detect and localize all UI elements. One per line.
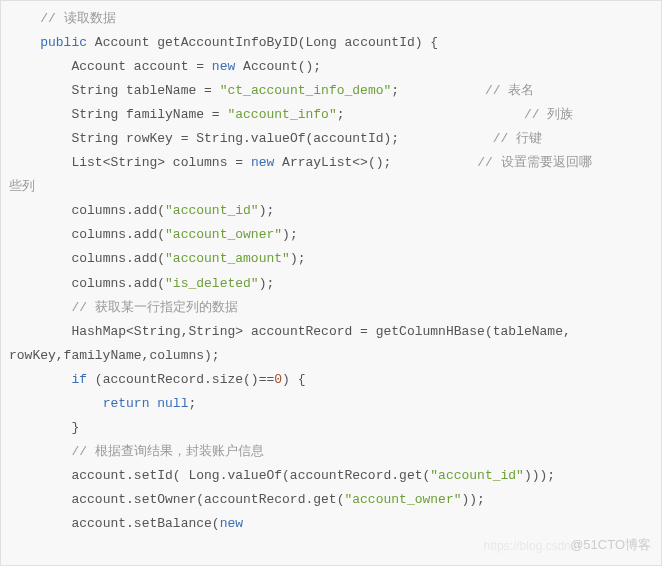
- kw-new: new: [220, 516, 243, 531]
- close: ));: [462, 492, 485, 507]
- var: account: [134, 59, 189, 74]
- type: Account: [71, 59, 126, 74]
- string-account-id: "account_id": [165, 203, 259, 218]
- string-account-owner2: "account_owner": [344, 492, 461, 507]
- stmt: columns.add(: [71, 227, 165, 242]
- indent: [9, 492, 71, 507]
- kw-return: return: [103, 396, 150, 411]
- close: );: [282, 227, 298, 242]
- watermark-csdn: https://blog.csdn.n: [484, 535, 581, 557]
- comment-columns-cont: 些列: [9, 179, 35, 194]
- num-zero: 0: [274, 372, 282, 387]
- cond: (accountRecord.size()==: [95, 372, 274, 387]
- indent: [9, 11, 40, 26]
- var: columns: [173, 155, 228, 170]
- kw-new: new: [251, 155, 274, 170]
- type: String: [71, 131, 118, 146]
- close: );: [259, 276, 275, 291]
- param-type: Long: [306, 35, 337, 50]
- indent: [9, 83, 71, 98]
- stmt: columns.add(: [71, 251, 165, 266]
- indent: [9, 107, 71, 122]
- var: accountRecord: [251, 324, 352, 339]
- var: tableName: [126, 83, 196, 98]
- method-name: getAccountInfoByID: [157, 35, 297, 50]
- comment-read-data: // 读取数据: [40, 11, 115, 26]
- string-account-id2: "account_id": [430, 468, 524, 483]
- stmt: columns.add(: [71, 276, 165, 291]
- comment-table-name: // 表名: [485, 83, 534, 98]
- ctor: ArrayList<>();: [282, 155, 391, 170]
- indent: [71, 396, 102, 411]
- string-is-deleted: "is_deleted": [165, 276, 259, 291]
- indent: [9, 324, 71, 339]
- code-snippet: // 读取数据 public Account getAccountInfoByI…: [0, 0, 662, 566]
- string-family-name: "account_info": [227, 107, 336, 122]
- indent: [9, 155, 71, 170]
- indent: [9, 396, 71, 411]
- indent: [9, 516, 71, 531]
- type: String: [71, 107, 118, 122]
- type: List<String>: [71, 155, 165, 170]
- indent: [9, 300, 71, 315]
- var: familyName: [126, 107, 204, 122]
- semi: ;: [188, 396, 196, 411]
- kw-null: null: [157, 396, 188, 411]
- stmt: account.setId( Long.valueOf(accountRecor…: [71, 468, 430, 483]
- indent: [9, 203, 71, 218]
- kw-if: if: [71, 372, 87, 387]
- comment-rowkey: // 行键: [493, 131, 542, 146]
- call: getColumnHBase(tableName,: [376, 324, 571, 339]
- indent: [9, 35, 40, 50]
- indent: [9, 59, 71, 74]
- comment-family-name: // 列族: [524, 107, 573, 122]
- indent: [9, 372, 71, 387]
- comment-assemble: // 根据查询结果，封装账户信息: [71, 444, 263, 459]
- stmt: columns.add(: [71, 203, 165, 218]
- close: )));: [524, 468, 555, 483]
- comment-columns: // 设置需要返回哪: [477, 155, 591, 170]
- ctor: Account();: [243, 59, 321, 74]
- close: );: [290, 251, 306, 266]
- indent: [9, 227, 71, 242]
- indent: [9, 420, 71, 435]
- indent: [9, 251, 71, 266]
- stmt: account.setBalance(: [71, 516, 219, 531]
- indent: [9, 444, 71, 459]
- string-account-owner: "account_owner": [165, 227, 282, 242]
- string-table-name: "ct_account_info_demo": [220, 83, 392, 98]
- close: );: [259, 203, 275, 218]
- string-account-amount: "account_amount": [165, 251, 290, 266]
- args-continue: rowKey,familyName,columns);: [9, 348, 220, 363]
- type: String: [71, 83, 118, 98]
- cond-close: ) {: [282, 372, 305, 387]
- kw-new: new: [212, 59, 235, 74]
- comment-getrow: // 获取某一行指定列的数据: [71, 300, 237, 315]
- brace-close: }: [71, 420, 79, 435]
- var: rowKey: [126, 131, 173, 146]
- type: HashMap<String,String>: [71, 324, 243, 339]
- indent: [9, 468, 71, 483]
- param-name: accountId: [345, 35, 415, 50]
- stmt: account.setOwner(accountRecord.get(: [71, 492, 344, 507]
- expr: String.valueOf(accountId);: [196, 131, 399, 146]
- indent: [9, 131, 71, 146]
- watermark-51cto: @51CTO博客: [570, 533, 651, 557]
- type-account: Account: [95, 35, 150, 50]
- indent: [9, 276, 71, 291]
- kw-public: public: [40, 35, 87, 50]
